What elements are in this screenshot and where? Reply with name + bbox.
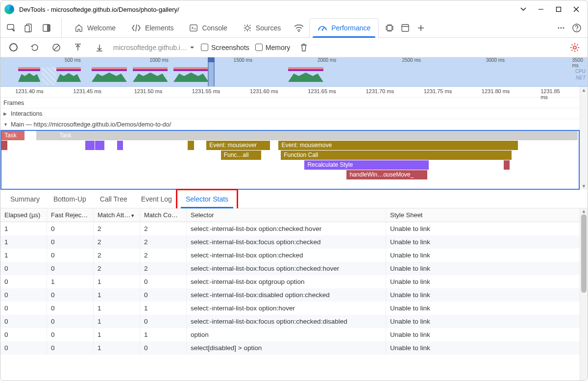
flame-event-mousemove[interactable]: Event: mousemove (278, 141, 518, 150)
track-main[interactable]: ▼Main — https://microsoftedge.github.io/… (0, 119, 580, 130)
memory-checkbox[interactable]: Memory (255, 44, 291, 51)
flame-task[interactable]: Task (1, 131, 24, 140)
dock-icon[interactable] (39, 20, 54, 36)
tab-welcome[interactable]: Welcome (67, 18, 123, 38)
window-title: DevTools - microsoftedge.github.io/Demos… (19, 6, 514, 13)
svg-point-12 (319, 28, 320, 29)
td-selector: select:-internal-list-box:disabled optio… (187, 288, 386, 302)
maximize-icon[interactable] (554, 5, 563, 14)
dtab-calltree[interactable]: Call Tree (93, 190, 134, 208)
td-ss: Unable to link (386, 235, 580, 249)
settings-gear-icon[interactable] (567, 40, 583, 55)
memory-icon[interactable] (382, 20, 397, 36)
td-elapsed: 1 (0, 235, 47, 249)
td-elapsed: 0 (0, 328, 47, 341)
table-row[interactable]: 0022select:-internal-list-box:focus opti… (0, 262, 580, 275)
svg-rect-6 (47, 25, 50, 31)
td-mco: 2 (140, 249, 187, 262)
td-fast: 0 (47, 262, 94, 275)
td-mco: 0 (140, 341, 187, 355)
flame-slice[interactable] (1, 141, 7, 150)
td-fast: 0 (47, 235, 94, 249)
flame-handle-mousemove[interactable]: handleWin…ouseMove_ (346, 170, 427, 179)
profile-dropdown[interactable]: microsoftedge.github.i… (113, 44, 195, 51)
flame-event-mouseover[interactable]: Event: mouseover (206, 141, 270, 150)
th-fast-reject[interactable]: Fast Rejec… (47, 208, 94, 222)
device-icon[interactable] (21, 20, 37, 36)
tab-performance[interactable]: Performance (309, 18, 379, 38)
tab-label: Elements (145, 24, 173, 32)
th-elapsed[interactable]: Elapsed (µs) (0, 208, 47, 222)
help-icon[interactable] (569, 20, 585, 36)
svg-rect-4 (25, 25, 29, 32)
more-icon[interactable] (553, 20, 569, 36)
overview-playhead[interactable] (208, 57, 215, 86)
td-fast: 1 (47, 275, 94, 288)
screenshots-checkbox[interactable]: Screenshots (201, 44, 249, 51)
td-elapsed: 0 (0, 341, 47, 355)
profile-url: microsoftedge.github.i… (113, 44, 187, 51)
svg-point-8 (245, 26, 249, 29)
flame-slice[interactable] (85, 141, 95, 150)
table-vscroll[interactable]: ▲ (580, 208, 588, 381)
dtab-summary[interactable]: Summary (3, 190, 47, 208)
table-row[interactable]: 1022select:-internal-list-box option:che… (0, 249, 580, 262)
table-row[interactable]: 0010select:-internal-list-box:disabled o… (0, 288, 580, 302)
reload-button[interactable] (27, 40, 43, 55)
download-button[interactable] (92, 40, 107, 55)
table-header: Elapsed (µs) Fast Rejec… Match Att…▼ Mat… (0, 208, 580, 222)
td-selector: select:-internal-list-box option:hover (187, 302, 386, 315)
th-stylesheet[interactable]: Style Sheet (386, 208, 580, 222)
tab-sources[interactable]: Sources (235, 18, 289, 38)
tab-console[interactable]: Console (181, 18, 235, 38)
svg-point-13 (324, 28, 325, 29)
inspect-icon[interactable] (3, 20, 19, 36)
timeline-overview[interactable]: 500 ms 1000 ms 1500 ms 2000 ms 2500 ms 3… (0, 57, 588, 87)
dtab-eventlog[interactable]: Event Log (134, 190, 179, 208)
clear-button[interactable] (49, 40, 64, 55)
table-row[interactable]: 0010select:-internal-list-box:focus opti… (0, 315, 580, 328)
minimize-icon[interactable] (537, 5, 545, 14)
tab-network[interactable] (289, 18, 309, 38)
td-ss: Unable to link (386, 249, 580, 262)
th-selector[interactable]: Selector (187, 208, 386, 222)
table-row[interactable]: 0110select:-internal-list-box optgroup o… (0, 275, 580, 288)
flame-chart[interactable]: Task Task Event: mouseover Event: mousem… (0, 130, 580, 190)
dtab-bottomup[interactable]: Bottom-Up (47, 190, 93, 208)
flame-slice[interactable] (188, 141, 194, 150)
th-match-count[interactable]: Match Co… (140, 208, 187, 222)
chevron-down-icon[interactable] (519, 5, 528, 14)
flame-task[interactable]: Task (56, 131, 570, 140)
td-ss: Unable to link (386, 288, 580, 302)
table-row[interactable]: 0011optionUnable to link (0, 328, 580, 341)
trash-button[interactable] (296, 40, 312, 55)
table-row[interactable]: 0010select[disabled] > optionUnable to l… (0, 341, 580, 355)
th-match-attempt[interactable]: Match Att…▼ (94, 208, 140, 222)
td-selector: select:-internal-list-box:focus option:c… (187, 262, 386, 275)
flame-function-call[interactable]: Function Call (281, 151, 512, 160)
track-interactions[interactable]: ▶Interactions (0, 108, 580, 119)
tab-elements[interactable]: Elements (123, 18, 181, 38)
table-row[interactable]: 0011select:-internal-list-box option:hov… (0, 302, 580, 315)
td-ss: Unable to link (386, 275, 580, 288)
track-frames[interactable]: Frames (0, 98, 580, 108)
plus-icon[interactable] (413, 20, 429, 36)
application-icon[interactable] (397, 20, 413, 36)
flame-recalculate-style[interactable]: Recalculate Style (304, 160, 428, 170)
td-selector: option (187, 328, 386, 341)
upload-button[interactable] (70, 40, 86, 55)
flame-vscroll[interactable]: ▲▼ (580, 87, 588, 190)
table-body: 1022select:-internal-list-box option:che… (0, 222, 580, 355)
dtab-selectorstats[interactable]: Selector Stats (179, 190, 235, 208)
table-row[interactable]: 1022select:-internal-list-box option:che… (0, 222, 580, 235)
td-mco: 2 (140, 222, 187, 235)
flame-slice[interactable] (504, 160, 510, 170)
flame-slice[interactable] (117, 141, 123, 150)
svg-rect-15 (387, 25, 392, 30)
record-button[interactable] (5, 40, 21, 55)
table-row[interactable]: 1022select:-internal-list-box:focus opti… (0, 235, 580, 249)
td-mco: 1 (140, 328, 187, 341)
flame-slice[interactable] (95, 141, 104, 150)
flame-function-call[interactable]: Func…all (221, 151, 261, 160)
close-icon[interactable] (572, 5, 581, 14)
